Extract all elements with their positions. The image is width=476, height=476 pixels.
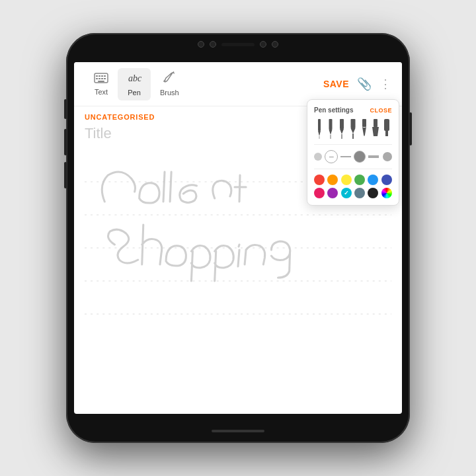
brush-tool-label: Brush xyxy=(160,89,179,97)
size-large-indicator xyxy=(383,152,392,161)
camera-area xyxy=(198,41,278,48)
svg-rect-17 xyxy=(318,119,321,131)
tool-brush[interactable]: Brush xyxy=(151,67,188,100)
pen-types-row xyxy=(314,119,392,145)
pen-settings-popup: Pen settings CLOSE xyxy=(307,99,399,206)
size-row: − xyxy=(314,150,392,169)
pen-settings-header: Pen settings CLOSE xyxy=(314,106,392,114)
svg-rect-1 xyxy=(96,75,98,77)
color-pink[interactable] xyxy=(314,188,325,198)
size-line-thin xyxy=(340,156,351,157)
save-button[interactable]: SAVE xyxy=(323,79,349,89)
size-circle-active xyxy=(354,151,366,163)
volume-down-button[interactable] xyxy=(64,129,67,155)
size-small-indicator xyxy=(314,153,322,161)
power-button[interactable] xyxy=(409,112,412,145)
svg-rect-4 xyxy=(104,75,106,77)
toolbar-left: Text abc Pen xyxy=(85,67,323,100)
color-purple[interactable] xyxy=(327,188,338,198)
pen-settings-title: Pen settings xyxy=(314,106,353,114)
svg-rect-2 xyxy=(99,75,100,77)
color-green[interactable] xyxy=(354,175,365,185)
svg-rect-9 xyxy=(98,81,104,82)
svg-rect-3 xyxy=(101,75,103,77)
pen-type-fine[interactable] xyxy=(325,119,336,139)
svg-rect-7 xyxy=(101,78,103,79)
pen-type-marker[interactable] xyxy=(381,119,392,139)
iris-scanner xyxy=(210,41,216,48)
color-red[interactable] xyxy=(314,175,325,185)
svg-text:abc: abc xyxy=(128,73,141,83)
tool-text[interactable]: Text xyxy=(85,69,118,100)
color-black[interactable] xyxy=(368,188,378,198)
svg-rect-30 xyxy=(374,119,377,127)
color-orange[interactable] xyxy=(327,175,338,185)
pen-type-calligraphy[interactable] xyxy=(370,119,381,139)
pen-type-brush[interactable] xyxy=(359,119,370,139)
pen-type-bold[interactable] xyxy=(348,119,358,139)
svg-marker-18 xyxy=(318,131,321,136)
svg-marker-21 xyxy=(329,130,333,135)
svg-rect-8 xyxy=(104,78,106,79)
attachment-icon[interactable]: 📎 xyxy=(357,77,372,91)
svg-rect-26 xyxy=(351,119,356,128)
svg-rect-5 xyxy=(96,78,98,79)
bixby-button[interactable] xyxy=(64,162,67,188)
svg-rect-33 xyxy=(385,131,388,136)
svg-rect-23 xyxy=(340,119,344,129)
front-camera xyxy=(198,41,204,48)
more-options-icon[interactable]: ⋮ xyxy=(379,77,391,91)
keyboard-icon xyxy=(94,73,108,86)
color-indigo[interactable] xyxy=(381,175,392,185)
pen-tool-label: Pen xyxy=(128,89,141,97)
phone-wrapper: Text abc Pen xyxy=(66,33,410,443)
svg-marker-24 xyxy=(340,129,344,134)
color-bluegrey[interactable] xyxy=(354,188,365,198)
home-indicator[interactable] xyxy=(212,430,264,432)
pen-icon: abc xyxy=(127,72,141,87)
size-line-thick xyxy=(368,155,379,158)
volume-up-button[interactable] xyxy=(64,99,67,119)
pen-type-ultrafine[interactable] xyxy=(314,119,325,139)
svg-rect-32 xyxy=(384,119,389,131)
color-teal[interactable] xyxy=(341,188,352,198)
toolbar-right: SAVE 📎 ⋮ xyxy=(323,77,391,91)
phone-body: Text abc Pen xyxy=(66,33,410,443)
color-grid xyxy=(314,175,392,198)
size-decrease-btn[interactable]: − xyxy=(325,150,338,163)
svg-rect-20 xyxy=(329,119,333,130)
svg-marker-27 xyxy=(351,128,356,134)
close-button[interactable]: CLOSE xyxy=(370,107,392,114)
phone-screen: Text abc Pen xyxy=(74,62,402,414)
svg-marker-31 xyxy=(372,127,379,136)
brush-icon xyxy=(162,71,177,87)
sensor xyxy=(260,41,266,48)
color-yellow[interactable] xyxy=(341,175,352,185)
text-tool-label: Text xyxy=(95,88,108,96)
svg-rect-29 xyxy=(362,119,366,127)
color-blue[interactable] xyxy=(368,175,378,185)
color-rainbow[interactable] xyxy=(381,188,392,198)
pen-type-medium[interactable] xyxy=(337,119,347,139)
front-camera-2 xyxy=(272,41,278,48)
svg-rect-6 xyxy=(99,78,100,79)
speaker xyxy=(221,43,255,46)
tool-pen[interactable]: abc Pen xyxy=(118,68,151,100)
svg-point-11 xyxy=(164,80,167,82)
